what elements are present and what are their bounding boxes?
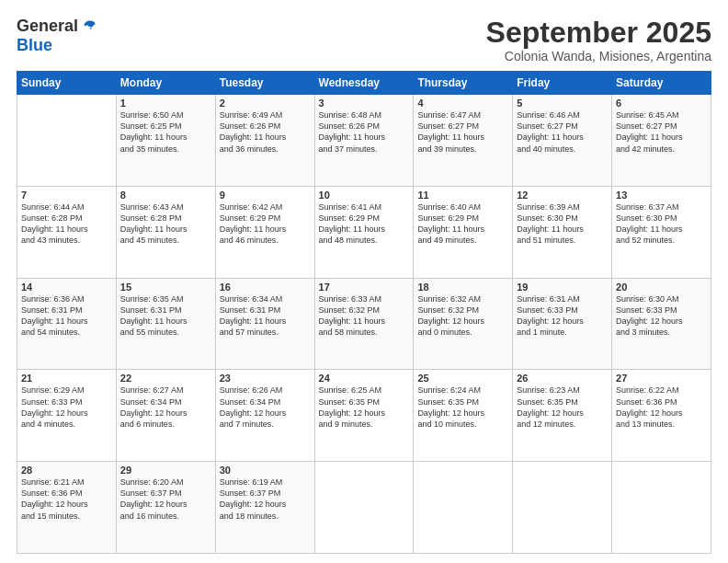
page: General Blue September 2025 Colonia Wand…: [0, 0, 728, 563]
day-number: 30: [220, 465, 311, 476]
cell-sun-info: Sunrise: 6:46 AM Sunset: 6:27 PM Dayligh…: [517, 109, 608, 155]
calendar-cell: 11Sunrise: 6:40 AM Sunset: 6:29 PM Dayli…: [414, 186, 513, 278]
cell-sun-info: Sunrise: 6:41 AM Sunset: 6:29 PM Dayligh…: [319, 201, 410, 247]
calendar-week-row: 28Sunrise: 6:21 AM Sunset: 6:36 PM Dayli…: [17, 462, 711, 554]
day-number: 28: [21, 465, 112, 476]
day-number: 1: [120, 98, 211, 109]
day-number: 14: [21, 282, 112, 293]
day-number: 20: [616, 282, 707, 293]
calendar-cell: 7Sunrise: 6:44 AM Sunset: 6:28 PM Daylig…: [17, 186, 117, 278]
calendar-header-row: Sunday Monday Tuesday Wednesday Thursday…: [17, 72, 711, 95]
calendar-cell: 21Sunrise: 6:29 AM Sunset: 6:33 PM Dayli…: [17, 370, 117, 462]
calendar-week-row: 21Sunrise: 6:29 AM Sunset: 6:33 PM Dayli…: [17, 370, 711, 462]
calendar-cell: 4Sunrise: 6:47 AM Sunset: 6:27 PM Daylig…: [414, 95, 513, 187]
cell-sun-info: Sunrise: 6:29 AM Sunset: 6:33 PM Dayligh…: [21, 385, 112, 430]
day-number: 3: [319, 98, 410, 109]
col-friday: Friday: [513, 72, 612, 95]
cell-sun-info: Sunrise: 6:35 AM Sunset: 6:31 PM Dayligh…: [120, 293, 211, 339]
logo-general-text: General: [17, 17, 78, 36]
location-subtitle: Colonia Wanda, Misiones, Argentina: [486, 49, 711, 63]
calendar-cell: 10Sunrise: 6:41 AM Sunset: 6:29 PM Dayli…: [314, 186, 414, 278]
day-number: 5: [517, 98, 608, 109]
calendar-week-row: 7Sunrise: 6:44 AM Sunset: 6:28 PM Daylig…: [17, 186, 711, 278]
day-number: 7: [21, 190, 112, 201]
header: General Blue September 2025 Colonia Wand…: [17, 17, 711, 63]
day-number: 16: [220, 282, 311, 293]
title-block: September 2025 Colonia Wanda, Misiones, …: [486, 17, 711, 63]
calendar-table: Sunday Monday Tuesday Wednesday Thursday…: [17, 71, 711, 554]
calendar-cell: 22Sunrise: 6:27 AM Sunset: 6:34 PM Dayli…: [116, 370, 215, 462]
day-number: 2: [220, 98, 311, 109]
day-number: 26: [517, 373, 608, 384]
cell-sun-info: Sunrise: 6:31 AM Sunset: 6:33 PM Dayligh…: [517, 293, 608, 339]
day-number: 18: [417, 282, 508, 293]
day-number: 29: [120, 465, 211, 476]
calendar-cell: 2Sunrise: 6:49 AM Sunset: 6:26 PM Daylig…: [215, 95, 314, 187]
col-monday: Monday: [116, 72, 215, 95]
day-number: 9: [220, 190, 311, 201]
calendar-cell: 16Sunrise: 6:34 AM Sunset: 6:31 PM Dayli…: [215, 278, 314, 370]
logo: General Blue: [17, 17, 98, 55]
cell-sun-info: Sunrise: 6:42 AM Sunset: 6:29 PM Dayligh…: [220, 201, 311, 247]
cell-sun-info: Sunrise: 6:21 AM Sunset: 6:36 PM Dayligh…: [21, 477, 112, 522]
calendar-cell: [513, 462, 612, 554]
calendar-cell: 25Sunrise: 6:24 AM Sunset: 6:35 PM Dayli…: [414, 370, 513, 462]
day-number: 6: [616, 98, 707, 109]
logo-bird-icon: [80, 17, 98, 36]
day-number: 8: [120, 190, 211, 201]
cell-sun-info: Sunrise: 6:43 AM Sunset: 6:28 PM Dayligh…: [120, 201, 211, 247]
day-number: 25: [417, 373, 508, 384]
calendar-week-row: 14Sunrise: 6:36 AM Sunset: 6:31 PM Dayli…: [17, 278, 711, 370]
cell-sun-info: Sunrise: 6:30 AM Sunset: 6:33 PM Dayligh…: [616, 293, 707, 339]
cell-sun-info: Sunrise: 6:26 AM Sunset: 6:34 PM Dayligh…: [220, 385, 311, 430]
calendar-cell: [414, 462, 513, 554]
day-number: 4: [417, 98, 508, 109]
cell-sun-info: Sunrise: 6:32 AM Sunset: 6:32 PM Dayligh…: [417, 293, 508, 339]
day-number: 24: [319, 373, 410, 384]
calendar-cell: 30Sunrise: 6:19 AM Sunset: 6:37 PM Dayli…: [215, 462, 314, 554]
cell-sun-info: Sunrise: 6:20 AM Sunset: 6:37 PM Dayligh…: [120, 477, 211, 522]
calendar-cell: 1Sunrise: 6:50 AM Sunset: 6:25 PM Daylig…: [116, 95, 215, 187]
cell-sun-info: Sunrise: 6:22 AM Sunset: 6:36 PM Dayligh…: [616, 385, 707, 430]
calendar-cell: 27Sunrise: 6:22 AM Sunset: 6:36 PM Dayli…: [612, 370, 711, 462]
cell-sun-info: Sunrise: 6:50 AM Sunset: 6:25 PM Dayligh…: [120, 109, 211, 155]
day-number: 22: [120, 373, 211, 384]
calendar-cell: 8Sunrise: 6:43 AM Sunset: 6:28 PM Daylig…: [116, 186, 215, 278]
calendar-cell: 6Sunrise: 6:45 AM Sunset: 6:27 PM Daylig…: [612, 95, 711, 187]
calendar-cell: 14Sunrise: 6:36 AM Sunset: 6:31 PM Dayli…: [17, 278, 117, 370]
day-number: 12: [517, 190, 608, 201]
day-number: 17: [319, 282, 410, 293]
cell-sun-info: Sunrise: 6:25 AM Sunset: 6:35 PM Dayligh…: [319, 385, 410, 430]
day-number: 23: [220, 373, 311, 384]
cell-sun-info: Sunrise: 6:33 AM Sunset: 6:32 PM Dayligh…: [319, 293, 410, 339]
cell-sun-info: Sunrise: 6:37 AM Sunset: 6:30 PM Dayligh…: [616, 201, 707, 247]
calendar-cell: 23Sunrise: 6:26 AM Sunset: 6:34 PM Dayli…: [215, 370, 314, 462]
col-tuesday: Tuesday: [215, 72, 314, 95]
month-title: September 2025: [486, 17, 711, 49]
calendar-cell: 19Sunrise: 6:31 AM Sunset: 6:33 PM Dayli…: [513, 278, 612, 370]
cell-sun-info: Sunrise: 6:45 AM Sunset: 6:27 PM Dayligh…: [616, 109, 707, 155]
day-number: 10: [319, 190, 410, 201]
cell-sun-info: Sunrise: 6:47 AM Sunset: 6:27 PM Dayligh…: [417, 109, 508, 155]
cell-sun-info: Sunrise: 6:36 AM Sunset: 6:31 PM Dayligh…: [21, 293, 112, 339]
calendar-cell: 29Sunrise: 6:20 AM Sunset: 6:37 PM Dayli…: [116, 462, 215, 554]
cell-sun-info: Sunrise: 6:24 AM Sunset: 6:35 PM Dayligh…: [417, 385, 508, 430]
col-sunday: Sunday: [17, 72, 117, 95]
calendar-cell: 3Sunrise: 6:48 AM Sunset: 6:26 PM Daylig…: [314, 95, 414, 187]
calendar-cell: 13Sunrise: 6:37 AM Sunset: 6:30 PM Dayli…: [612, 186, 711, 278]
col-wednesday: Wednesday: [314, 72, 414, 95]
day-number: 19: [517, 282, 608, 293]
calendar-cell: 12Sunrise: 6:39 AM Sunset: 6:30 PM Dayli…: [513, 186, 612, 278]
day-number: 15: [120, 282, 211, 293]
cell-sun-info: Sunrise: 6:19 AM Sunset: 6:37 PM Dayligh…: [220, 477, 311, 522]
calendar-cell: 9Sunrise: 6:42 AM Sunset: 6:29 PM Daylig…: [215, 186, 314, 278]
calendar-cell: 5Sunrise: 6:46 AM Sunset: 6:27 PM Daylig…: [513, 95, 612, 187]
calendar-cell: [314, 462, 414, 554]
cell-sun-info: Sunrise: 6:49 AM Sunset: 6:26 PM Dayligh…: [220, 109, 311, 155]
col-thursday: Thursday: [414, 72, 513, 95]
cell-sun-info: Sunrise: 6:27 AM Sunset: 6:34 PM Dayligh…: [120, 385, 211, 430]
cell-sun-info: Sunrise: 6:39 AM Sunset: 6:30 PM Dayligh…: [517, 201, 608, 247]
day-number: 11: [417, 190, 508, 201]
cell-sun-info: Sunrise: 6:44 AM Sunset: 6:28 PM Dayligh…: [21, 201, 112, 247]
col-saturday: Saturday: [612, 72, 711, 95]
